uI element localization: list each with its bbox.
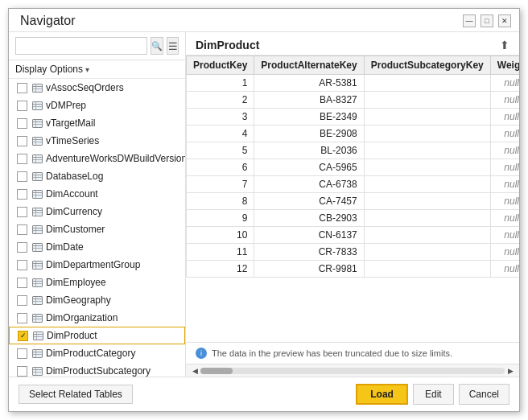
tree-item-checkbox[interactable]: [17, 189, 27, 200]
tree-item-checkbox[interactable]: [18, 331, 28, 341]
tree-item[interactable]: DimOrganization: [9, 309, 185, 327]
tree-item-checkbox[interactable]: [17, 260, 27, 270]
search-input[interactable]: [15, 37, 147, 55]
tree-item[interactable]: AdventureWorksDWBuildVersion: [9, 150, 185, 167]
table-cell-key: 2: [187, 92, 254, 109]
tree-item-checkbox[interactable]: [17, 366, 27, 377]
svg-rect-32: [32, 225, 42, 233]
left-panel: 🔍 ☰ Display Options ▾ vAssocSeqOrders: [9, 32, 186, 377]
preview-title: DimProduct: [196, 39, 259, 51]
table-icon: [31, 224, 43, 235]
tree-item[interactable]: vTargetMail: [9, 114, 185, 132]
table-icon: [31, 241, 43, 253]
table-row: 5BL-2036null: [187, 142, 520, 159]
tree-item-checkbox[interactable]: [17, 313, 27, 323]
tree-item[interactable]: DimAccount: [9, 185, 185, 203]
tree-item[interactable]: DimDate: [9, 238, 185, 256]
tree-item-label: vTimeSeries: [46, 135, 99, 146]
scrollbar-thumb[interactable]: [200, 368, 233, 374]
tree-item[interactable]: DimCustomer: [9, 220, 185, 238]
table-icon: [31, 259, 43, 270]
tree-item[interactable]: vTimeSeries: [9, 132, 185, 150]
table-cell-weight: null: [490, 261, 519, 278]
table-icon: [31, 365, 43, 377]
table-cell-weight: null: [490, 176, 519, 193]
table-cell-weight: null: [490, 227, 519, 244]
search-button[interactable]: 🔍: [151, 37, 163, 55]
tree-item-checkbox[interactable]: [17, 136, 27, 146]
scrollbar-track[interactable]: [200, 368, 505, 374]
tree-item-checkbox[interactable]: [17, 295, 27, 306]
tree-item[interactable]: vAssocSeqOrders: [9, 79, 185, 97]
display-options-arrow: ▾: [85, 65, 89, 74]
tree-item[interactable]: DimGeography: [9, 291, 185, 309]
table-cell-weight: null: [490, 75, 519, 92]
tree-item[interactable]: vDMPrep: [9, 97, 185, 114]
tree-item-checkbox[interactable]: [17, 154, 27, 164]
table-row: 9CB-2903null: [187, 210, 520, 227]
table-cell-alt: AR-5381: [254, 75, 364, 92]
tree-item-checkbox[interactable]: [17, 207, 27, 217]
edit-button[interactable]: Edit: [413, 384, 454, 405]
close-button[interactable]: ✕: [498, 14, 511, 27]
options-icon-button[interactable]: ☰: [167, 37, 179, 55]
tree-item[interactable]: DimEmployee: [9, 274, 185, 291]
scroll-right-arrow[interactable]: ▶: [505, 365, 516, 377]
table-cell-alt: BE-2908: [254, 126, 364, 142]
select-related-button[interactable]: Select Related Tables: [19, 385, 133, 404]
tree-area[interactable]: vAssocSeqOrders vDMPrep vTargetMail vTim…: [9, 79, 185, 377]
svg-rect-16: [32, 154, 42, 163]
footer-right-buttons: Load Edit Cancel: [356, 384, 509, 405]
scroll-left-arrow[interactable]: ◀: [189, 365, 200, 377]
load-button[interactable]: Load: [356, 384, 408, 405]
truncate-text: The data in the preview has been truncat…: [212, 348, 452, 358]
preview-table-area[interactable]: ProductKeyProductAlternateKeyProductSubc…: [186, 56, 519, 342]
table-cell-weight: null: [490, 193, 519, 210]
table-cell-weight: null: [490, 92, 519, 109]
table-icon: [31, 100, 43, 111]
tree-item[interactable]: DimCurrency: [9, 203, 185, 220]
tree-item-label: DimCustomer: [46, 224, 105, 235]
tree-item[interactable]: DimDepartmentGroup: [9, 256, 185, 274]
svg-rect-36: [32, 243, 42, 251]
svg-rect-56: [33, 331, 43, 340]
tree-item-checkbox[interactable]: [17, 83, 27, 93]
tree-item[interactable]: DimProduct: [9, 327, 185, 344]
scrollbar-area[interactable]: ◀ ▶: [186, 364, 519, 377]
table-cell-alt: CB-2903: [254, 210, 364, 227]
table-row: 1AR-5381null: [187, 75, 520, 92]
info-icon: i: [196, 348, 207, 359]
title-bar-controls: — □ ✕: [463, 14, 511, 27]
table-row: 12CR-9981null: [187, 261, 520, 278]
tree-item-checkbox[interactable]: [17, 348, 27, 359]
tree-item-checkbox[interactable]: [17, 224, 27, 235]
tree-item-checkbox[interactable]: [17, 101, 27, 111]
display-options-row[interactable]: Display Options ▾: [9, 60, 185, 79]
list-icon: ☰: [168, 40, 178, 52]
tree-item[interactable]: DimProductCategory: [9, 344, 185, 362]
display-options-label[interactable]: Display Options ▾: [15, 64, 89, 75]
svg-rect-64: [32, 367, 42, 375]
cancel-button[interactable]: Cancel: [459, 384, 509, 405]
table-cell-key: 9: [187, 210, 254, 227]
table-row: 4BE-2908null: [187, 126, 520, 142]
export-icon[interactable]: ⬆: [500, 39, 509, 51]
table-cell-key: 12: [187, 261, 254, 278]
table-column-header: ProductSubcategoryKey: [364, 56, 490, 75]
table-icon: [31, 188, 43, 200]
svg-rect-52: [32, 314, 42, 322]
tree-item-checkbox[interactable]: [17, 118, 27, 129]
tree-item-label: vAssocSeqOrders: [46, 82, 124, 93]
tree-item[interactable]: DimProductSubcategory: [9, 362, 185, 377]
table-cell-sub: [364, 159, 490, 176]
tree-item[interactable]: DatabaseLog: [9, 167, 185, 185]
tree-item-checkbox[interactable]: [17, 278, 27, 288]
tree-item-checkbox[interactable]: [17, 171, 27, 182]
minimize-button[interactable]: —: [463, 14, 476, 27]
restore-button[interactable]: □: [481, 14, 493, 27]
table-cell-alt: CN-6137: [254, 227, 364, 244]
table-cell-alt: CA-6738: [254, 176, 364, 193]
table-cell-sub: [364, 227, 490, 244]
tree-item-label: DimProductCategory: [46, 348, 135, 359]
tree-item-checkbox[interactable]: [17, 242, 27, 253]
